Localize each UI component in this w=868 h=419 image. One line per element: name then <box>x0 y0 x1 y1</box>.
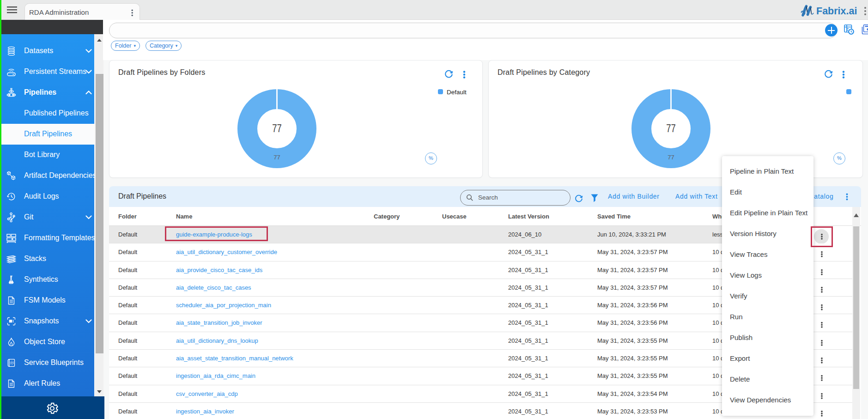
svg-text:Fabrix.ai: Fabrix.ai <box>816 6 857 17</box>
